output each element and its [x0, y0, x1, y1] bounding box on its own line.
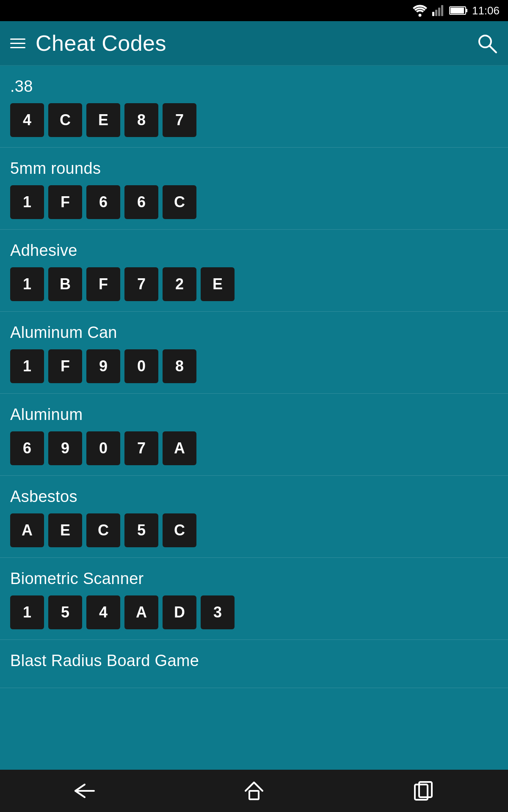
app-title: Cheat Codes	[36, 30, 166, 56]
app-bar-left: Cheat Codes	[10, 30, 166, 56]
code-tiles: 1F66C	[10, 185, 498, 219]
code-tiles: 1F908	[10, 349, 498, 383]
svg-rect-1	[432, 12, 434, 16]
code-tile[interactable]: F	[48, 349, 82, 383]
cheat-name: Biometric Scanner	[10, 570, 498, 588]
code-tile[interactable]: C	[86, 513, 120, 547]
cheat-name: Asbestos	[10, 488, 498, 506]
code-tile[interactable]: 5	[124, 513, 158, 547]
code-tile[interactable]: B	[48, 267, 82, 301]
code-tile[interactable]: 9	[48, 431, 82, 465]
app-bar: Cheat Codes	[0, 21, 508, 66]
code-tile[interactable]: 0	[86, 431, 120, 465]
battery-icon	[449, 5, 468, 16]
svg-rect-7	[450, 8, 464, 14]
code-tiles: AEC5C	[10, 513, 498, 547]
code-tile[interactable]: 1	[10, 595, 44, 629]
code-tile[interactable]: E	[201, 267, 235, 301]
status-time: 11:06	[472, 4, 500, 17]
status-bar: 11:06	[0, 0, 508, 21]
cheat-name: Adhesive	[10, 241, 498, 260]
cheat-item[interactable]: Adhesive1BF72E	[0, 230, 508, 312]
wifi-icon	[412, 4, 428, 17]
hamburger-line-1	[10, 38, 25, 40]
cheat-name: 5mm rounds	[10, 159, 498, 178]
code-tile[interactable]: 8	[163, 349, 196, 383]
code-tile[interactable]: E	[86, 103, 120, 137]
svg-rect-3	[438, 8, 440, 16]
code-tiles: 154AD3	[10, 595, 498, 629]
svg-rect-2	[435, 10, 437, 16]
code-tile[interactable]: 7	[163, 103, 196, 137]
code-tile[interactable]: 6	[10, 431, 44, 465]
svg-rect-6	[466, 9, 467, 12]
code-tile[interactable]: A	[124, 595, 158, 629]
hamburger-menu-icon[interactable]	[10, 38, 25, 48]
cheat-item[interactable]: Blast Radius Board Game	[0, 640, 508, 688]
cheat-item[interactable]: .384CE87	[0, 66, 508, 148]
code-tile[interactable]: 1	[10, 185, 44, 219]
code-tile[interactable]: E	[48, 513, 82, 547]
hamburger-line-3	[10, 47, 25, 48]
cheat-item[interactable]: Aluminum6907A	[0, 394, 508, 476]
status-icons: 11:06	[412, 4, 500, 17]
code-tile[interactable]: D	[163, 595, 196, 629]
code-tile[interactable]: A	[163, 431, 196, 465]
code-tile[interactable]: F	[86, 267, 120, 301]
code-tile[interactable]: 7	[124, 267, 158, 301]
code-tile[interactable]: C	[163, 513, 196, 547]
cheat-name: Aluminum	[10, 406, 498, 424]
code-tile[interactable]: 7	[124, 431, 158, 465]
back-button[interactable]	[59, 778, 110, 804]
recents-icon	[413, 780, 434, 801]
code-tile[interactable]: C	[48, 103, 82, 137]
bottom-nav	[0, 770, 508, 812]
signal-icon	[432, 4, 445, 17]
cheat-item[interactable]: Biometric Scanner154AD3	[0, 558, 508, 640]
code-tile[interactable]: 5	[48, 595, 82, 629]
home-icon	[243, 780, 265, 801]
code-tile[interactable]: A	[10, 513, 44, 547]
code-tile[interactable]: 2	[163, 267, 196, 301]
cheat-name: Aluminum Can	[10, 324, 498, 342]
hamburger-line-2	[10, 43, 25, 44]
svg-line-9	[489, 46, 496, 52]
home-button[interactable]	[229, 778, 279, 804]
search-icon[interactable]	[476, 32, 498, 54]
cheat-item[interactable]: 5mm rounds1F66C	[0, 148, 508, 230]
content-area: .384CE875mm rounds1F66CAdhesive1BF72EAlu…	[0, 66, 508, 770]
code-tile[interactable]: 9	[86, 349, 120, 383]
cheat-name: Blast Radius Board Game	[10, 652, 498, 670]
code-tile[interactable]: 4	[86, 595, 120, 629]
code-tile[interactable]: 1	[10, 349, 44, 383]
cheat-name: .38	[10, 77, 498, 96]
cheat-item[interactable]: Aluminum Can1F908	[0, 312, 508, 394]
code-tile[interactable]: 6	[124, 185, 158, 219]
recents-button[interactable]	[398, 778, 449, 804]
back-icon	[72, 782, 97, 799]
code-tiles: 6907A	[10, 431, 498, 465]
code-tile[interactable]: F	[48, 185, 82, 219]
code-tiles: 4CE87	[10, 103, 498, 137]
cheat-item[interactable]: AsbestosAEC5C	[0, 476, 508, 558]
code-tile[interactable]: 0	[124, 349, 158, 383]
code-tile[interactable]: C	[163, 185, 196, 219]
svg-point-0	[418, 14, 421, 17]
code-tile[interactable]: 3	[201, 595, 235, 629]
svg-rect-11	[249, 791, 259, 799]
code-tile[interactable]: 8	[124, 103, 158, 137]
code-tile[interactable]: 4	[10, 103, 44, 137]
svg-rect-4	[441, 5, 443, 16]
code-tiles: 1BF72E	[10, 267, 498, 301]
code-tile[interactable]: 6	[86, 185, 120, 219]
code-tile[interactable]: 1	[10, 267, 44, 301]
